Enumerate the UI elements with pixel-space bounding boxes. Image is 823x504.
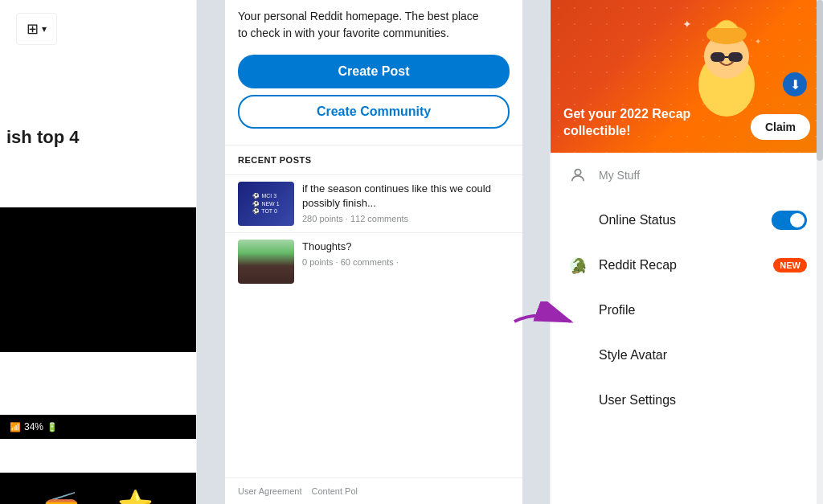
main-content: Your personal Reddit homepage. The best … bbox=[225, 0, 522, 504]
banner-title: Get your 2022 Recap collectible! bbox=[563, 106, 708, 140]
right-panel: ✦ ✦ ⬇ Get your 2022 Recap collectible! C… bbox=[550, 0, 823, 504]
create-community-button[interactable]: Create Community bbox=[238, 95, 510, 129]
snoo-icon: 🐊 bbox=[567, 254, 589, 277]
phone-area: 📶 34% 🔋 📻 ⭐ bbox=[0, 207, 197, 352]
crowd-visual bbox=[238, 240, 294, 284]
scrollbar[interactable] bbox=[817, 0, 823, 504]
post-meta: 280 points · 112 comments bbox=[302, 214, 510, 223]
create-post-button[interactable]: Create Post bbox=[238, 55, 510, 88]
arrow-svg bbox=[550, 293, 559, 325]
online-status-label: Online Status bbox=[599, 213, 772, 227]
person-icon bbox=[567, 164, 589, 186]
footer-link-content[interactable]: Content Pol bbox=[311, 486, 357, 496]
profile-label: Profile bbox=[599, 303, 807, 318]
phone-icons-row: 📻 ⭐ bbox=[0, 473, 197, 504]
post-thumbnail-crowd bbox=[238, 240, 294, 284]
sports-score: ⚽ MCI 3 ⚽ NEW 1 ⚽ TOT 0 bbox=[249, 189, 282, 219]
post-meta: 0 points · 60 comments · bbox=[302, 257, 510, 267]
svg-text:🐊: 🐊 bbox=[570, 257, 588, 275]
layout-toggle-button[interactable]: ⊞ ▾ bbox=[16, 13, 57, 45]
layout-icon: ⊞ bbox=[27, 20, 39, 38]
banner-character: ✦ ✦ bbox=[678, 4, 775, 100]
ish-top-label: ish top 4 bbox=[6, 127, 79, 148]
sidebar-item-profile[interactable]: Profile bbox=[551, 288, 823, 333]
new-badge: New bbox=[773, 258, 807, 272]
svg-point-8 bbox=[575, 170, 580, 175]
sidebar-item-online-status[interactable]: Online Status bbox=[551, 198, 823, 243]
claim-button[interactable]: Claim bbox=[751, 114, 810, 140]
chevron-down-icon: ▾ bbox=[42, 23, 47, 35]
online-status-toggle[interactable] bbox=[772, 211, 807, 230]
recap-banner: ✦ ✦ ⬇ Get your 2022 Recap collectible! C… bbox=[551, 0, 823, 153]
banner-background: ✦ ✦ ⬇ Get your 2022 Recap collectible! C… bbox=[551, 0, 823, 153]
star-icon: ⭐ bbox=[117, 489, 154, 504]
signal-icon: 📶 bbox=[10, 422, 21, 432]
sidebar-item-style-avatar[interactable]: Style Avatar bbox=[551, 333, 823, 378]
status-bar: 📶 34% 🔋 bbox=[0, 415, 197, 439]
download-arrow-icon: ⬇ bbox=[783, 72, 807, 96]
radio-icon: 📻 bbox=[43, 489, 80, 504]
battery-icon: 🔋 bbox=[47, 422, 58, 432]
style-avatar-icon bbox=[567, 344, 589, 367]
menu-section: My Stuff Online Status 🐊 Reddit Recap Ne… bbox=[551, 153, 823, 423]
hero-text-short: to check in with your favorite com bbox=[238, 27, 404, 39]
svg-rect-3 bbox=[728, 52, 743, 62]
user-settings-label: User Settings bbox=[599, 393, 807, 408]
svg-text:✦: ✦ bbox=[755, 37, 761, 46]
my-stuff-label: My Stuff bbox=[599, 169, 807, 182]
reddit-recap-label: Reddit Recap bbox=[599, 258, 773, 272]
purple-arrow-annotation bbox=[550, 293, 559, 328]
battery-text: 34% bbox=[24, 421, 43, 432]
post-thumbnail-sports: ⚽ MCI 3 ⚽ NEW 1 ⚽ TOT 0 bbox=[238, 182, 294, 226]
left-panel: ⊞ ▾ ish top 4 📶 34% 🔋 📻 ⭐ bbox=[0, 0, 197, 504]
profile-icon bbox=[567, 299, 589, 322]
scrollbar-thumb[interactable] bbox=[817, 0, 823, 161]
recent-posts-section: RECENT POSTS ⚽ MCI 3 ⚽ NEW 1 ⚽ TOT 0 if … bbox=[225, 145, 522, 290]
banner-text-area: Get your 2022 Recap collectible! bbox=[563, 106, 708, 140]
sidebar-item-user-settings[interactable]: User Settings bbox=[551, 378, 823, 423]
online-status-icon bbox=[567, 209, 589, 232]
svg-rect-2 bbox=[710, 52, 725, 62]
footer-link-agreement[interactable]: User Agreement bbox=[238, 486, 301, 496]
reddit-recap-icon: 🐊 bbox=[567, 255, 588, 276]
recent-posts-header: RECENT POSTS bbox=[225, 145, 522, 174]
sidebar-item-my-stuff[interactable]: My Stuff bbox=[551, 153, 823, 198]
footer-links: User Agreement Content Pol bbox=[225, 477, 522, 504]
user-settings-icon bbox=[567, 389, 589, 412]
post-title: if the season continues like this we cou… bbox=[302, 182, 510, 211]
hero-text: Your personal Reddit homepage. The best … bbox=[225, 0, 522, 42]
sidebar-item-reddit-recap[interactable]: 🐊 Reddit Recap New bbox=[551, 243, 823, 288]
style-avatar-label: Style Avatar bbox=[599, 348, 807, 363]
post-content: if the season continues like this we cou… bbox=[302, 182, 510, 223]
list-item[interactable]: Thoughts? 0 points · 60 comments · bbox=[225, 232, 522, 290]
character-svg: ✦ ✦ bbox=[678, 4, 775, 117]
post-title: Thoughts? bbox=[302, 240, 510, 254]
svg-text:✦: ✦ bbox=[682, 18, 692, 31]
list-item[interactable]: ⚽ MCI 3 ⚽ NEW 1 ⚽ TOT 0 if the season co… bbox=[225, 174, 522, 232]
post-content: Thoughts? 0 points · 60 comments · bbox=[302, 240, 510, 267]
